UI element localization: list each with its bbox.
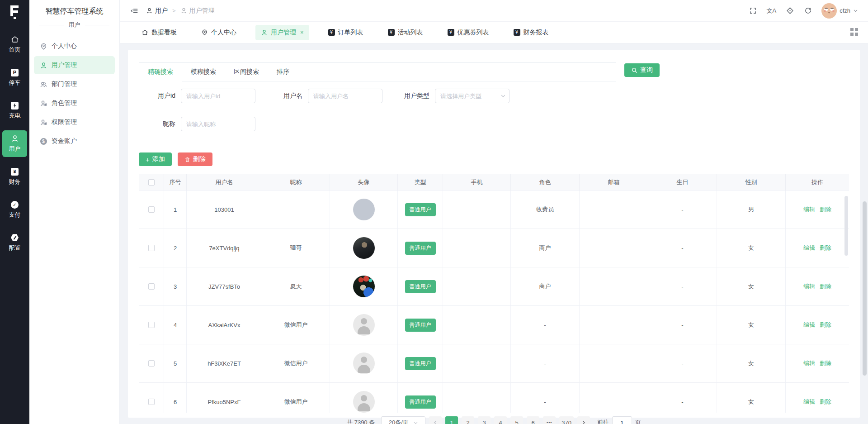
cell-avatar: [330, 344, 398, 382]
cell-email: [580, 191, 648, 229]
refresh-icon[interactable]: [803, 6, 812, 15]
collapse-sidebar-icon[interactable]: [130, 6, 139, 15]
sidebar-menu-item[interactable]: $ 角色管理: [34, 94, 115, 112]
edit-link[interactable]: 编辑: [803, 205, 815, 214]
delete-link[interactable]: 删除: [820, 359, 831, 367]
goto-page-input[interactable]: [612, 416, 632, 424]
rail-nav-item[interactable]: P ¥ ✓ 支付: [2, 196, 27, 223]
page-number-button[interactable]: 370: [559, 416, 574, 424]
edit-link[interactable]: 编辑: [803, 282, 815, 291]
cell-username: 103001: [187, 191, 262, 229]
user-id-input[interactable]: [181, 89, 255, 103]
edit-link[interactable]: 编辑: [803, 398, 815, 406]
edit-link[interactable]: 编辑: [803, 321, 815, 329]
page-tab[interactable]: ¥ 订单列表 ×: [323, 25, 369, 40]
delete-button[interactable]: 删除: [178, 152, 212, 166]
rail-nav-item[interactable]: P ¥ ✓ 用户: [2, 130, 27, 157]
row-checkbox[interactable]: [148, 245, 155, 251]
sidebar-menu-label: 个人中心: [52, 42, 77, 50]
delete-link[interactable]: 删除: [820, 282, 831, 291]
page-tab[interactable]: ¥ 财务报表 ×: [508, 25, 554, 40]
user-type-select[interactable]: [435, 89, 509, 103]
search-mode-tab[interactable]: 精确搜索: [139, 63, 182, 81]
rail-nav-item[interactable]: P ¥ ✓ 充电: [2, 97, 27, 124]
delete-link[interactable]: 删除: [820, 321, 831, 329]
table-header-cell: 手机: [443, 174, 511, 190]
user-type-badge: 普通用户: [405, 203, 436, 216]
page-number-button[interactable]: 2: [462, 416, 474, 424]
rail-nav-item[interactable]: P ¥ ✓ 首页: [2, 31, 27, 58]
page-size-select[interactable]: 20条/页: [381, 416, 425, 424]
add-button[interactable]: + 添加: [139, 152, 172, 166]
language-switch-icon[interactable]: 文A: [766, 7, 776, 15]
delete-link[interactable]: 删除: [820, 244, 831, 252]
rail-nav-item[interactable]: P ¥ ✓ 配置: [2, 229, 27, 256]
row-checkbox[interactable]: [148, 206, 155, 213]
row-checkbox[interactable]: [148, 322, 155, 328]
page-tab[interactable]: ¥ 优惠券列表 ×: [442, 25, 495, 40]
avatar: [353, 391, 375, 413]
sidebar-menu-item[interactable]: $ 权限管理: [34, 113, 115, 131]
page-number-button[interactable]: 6: [527, 416, 539, 424]
rail-nav-item[interactable]: P ¥ ✓ 财务: [2, 163, 27, 190]
nickname-input[interactable]: [181, 117, 255, 131]
breadcrumb-level1[interactable]: 用户: [146, 7, 168, 15]
sidebar-menu-item[interactable]: $ 用户管理: [34, 56, 115, 74]
query-button[interactable]: 查询: [624, 63, 660, 77]
chevron-left-icon: [433, 420, 438, 424]
next-page-button[interactable]: [577, 416, 590, 424]
sidebar-menu-item[interactable]: $ 个人中心: [34, 37, 115, 55]
cell-nickname: 微信用户: [262, 344, 330, 382]
edit-link[interactable]: 编辑: [803, 359, 815, 367]
sidebar-menu-item[interactable]: $ 部门管理: [34, 75, 115, 93]
page-tab-label: 活动列表: [398, 29, 423, 37]
page-number-button[interactable]: 4: [494, 416, 507, 424]
search-mode-tab[interactable]: 区间搜索: [225, 63, 268, 81]
user-type-field: 用户类型: [403, 89, 509, 103]
cell-username: AXkaiArKVx: [187, 306, 262, 344]
row-checkbox[interactable]: [148, 283, 155, 290]
trash-icon: [184, 157, 190, 162]
sidebar-menu-item[interactable]: $ 资金账户: [34, 132, 115, 150]
prev-page-button[interactable]: [429, 416, 442, 424]
page-tabs: ¥ 数据看板 × ¥ 个人中心 × ¥: [120, 22, 868, 43]
select-all-checkbox[interactable]: [148, 179, 155, 186]
page-number-button[interactable]: 5: [510, 416, 523, 424]
table-row: 1 103001 普通用户 收费员 - 男 编辑 删除: [139, 191, 849, 229]
user-menu[interactable]: cfzh: [821, 3, 858, 19]
theme-icon[interactable]: [785, 6, 794, 15]
cell-avatar: [330, 383, 398, 413]
page-tab[interactable]: ¥ 活动列表 ×: [382, 25, 429, 40]
row-checkbox[interactable]: [148, 399, 155, 405]
page-tab-label: 用户管理: [271, 29, 296, 37]
search-mode-tab[interactable]: 模糊搜索: [182, 63, 225, 81]
person-icon: [180, 7, 187, 14]
page-number-button[interactable]: 3: [478, 416, 491, 424]
edit-link[interactable]: 编辑: [803, 244, 815, 252]
report-icon: ¥: [448, 29, 454, 36]
row-checkbox[interactable]: [148, 360, 155, 367]
page-tab[interactable]: ¥ 个人中心 ×: [196, 25, 242, 40]
page-tab-label: 财务报表: [524, 29, 549, 37]
close-tab-icon[interactable]: ×: [300, 29, 304, 36]
rail-nav-label: 停车: [9, 79, 21, 87]
delete-link[interactable]: 删除: [820, 205, 831, 214]
tab-list-icon[interactable]: [850, 28, 858, 36]
page-number-button[interactable]: •••: [543, 416, 556, 424]
page-scrollbar[interactable]: [863, 201, 867, 376]
user-id-label: 用户id: [149, 92, 175, 100]
breadcrumb-level2[interactable]: 用户管理: [180, 7, 215, 15]
search-mode-tab[interactable]: 排序: [268, 63, 298, 81]
table-scrollbar[interactable]: [844, 196, 848, 256]
delete-link[interactable]: 删除: [820, 398, 831, 406]
fullscreen-icon[interactable]: [748, 6, 757, 15]
page-number-button[interactable]: 1: [445, 416, 458, 424]
cell-username: JZV77sfBTo: [187, 267, 262, 305]
avatar: [353, 353, 375, 374]
page-tab[interactable]: ¥ 用户管理 ×: [255, 25, 309, 40]
page-tab[interactable]: ¥ 数据看板 ×: [136, 25, 182, 40]
username-label: 用户名: [276, 92, 302, 100]
person-icon: [40, 62, 47, 69]
username-input[interactable]: [308, 89, 382, 103]
rail-nav-item[interactable]: P ¥ ✓ 停车: [2, 64, 27, 91]
